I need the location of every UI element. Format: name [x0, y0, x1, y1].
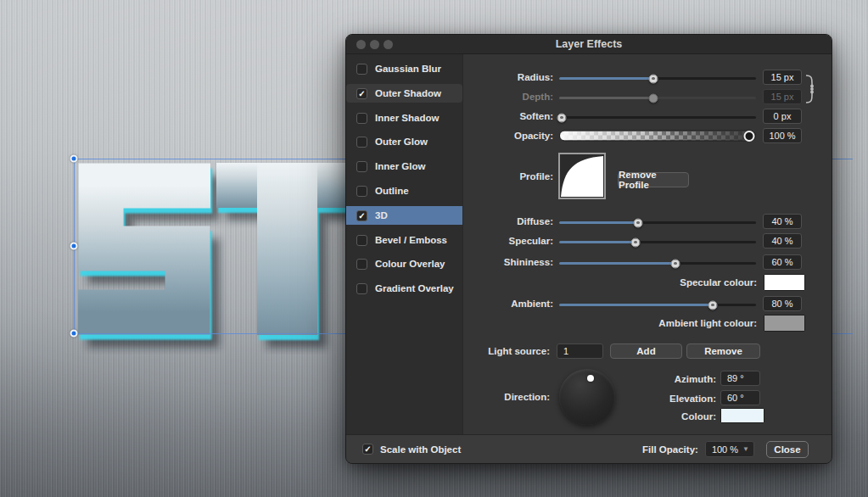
- fill-opacity-value: 100 %: [712, 444, 738, 455]
- opacity-label: Opacity:: [463, 131, 553, 141]
- selection-handle-top-left[interactable]: [70, 155, 78, 163]
- diffuse-value[interactable]: 40 %: [763, 214, 802, 229]
- ambient-label: Ambient:: [463, 299, 553, 309]
- specular-colour-label: Specular colour:: [587, 277, 757, 288]
- link-radius-depth-icon[interactable]: [805, 74, 819, 104]
- outline-checkbox[interactable]: [356, 186, 367, 197]
- effects-list: Gaussian Blur ✓ Outer Shadow Inner Shado…: [346, 54, 463, 435]
- opacity-slider-thumb[interactable]: [744, 131, 755, 142]
- 3d-checkbox[interactable]: ✓: [356, 210, 367, 221]
- specular-slider-thumb[interactable]: [631, 237, 641, 247]
- elevation-field[interactable]: 60 °: [720, 390, 760, 405]
- elevation-label: Elevation:: [631, 394, 716, 404]
- sidebar-item-label: Outer Shadow: [375, 88, 441, 98]
- shininess-value[interactable]: 60 %: [763, 254, 802, 270]
- direction-label: Direction:: [463, 392, 550, 402]
- sidebar-item-outer-shadow[interactable]: ✓ Outer Shadow: [346, 84, 462, 103]
- sidebar-item-outline[interactable]: Outline: [346, 181, 462, 200]
- depth-slider: [559, 97, 756, 99]
- direction-knob-indicator: [587, 375, 594, 382]
- sidebar-item-label: Gradient Overlay: [375, 283, 454, 293]
- outer-glow-checkbox[interactable]: [356, 137, 367, 148]
- selection-handle-bottom-left[interactable]: [70, 330, 78, 338]
- soften-label: Soften:: [463, 111, 553, 121]
- diffuse-slider[interactable]: [559, 221, 756, 224]
- inner-glow-checkbox[interactable]: [356, 161, 367, 172]
- opacity-value[interactable]: 100 %: [763, 128, 802, 143]
- direction-knob[interactable]: [559, 369, 615, 425]
- sidebar-item-label: Colour Overlay: [375, 259, 445, 269]
- specular-slider[interactable]: [559, 241, 756, 243]
- sidebar-item-label: Bevel / Emboss: [375, 235, 447, 245]
- ambient-slider-thumb[interactable]: [708, 300, 717, 310]
- sidebar-item-label: Gaussian Blur: [375, 64, 441, 74]
- dialog-title: Layer Effects: [346, 38, 832, 50]
- scale-with-object-label: Scale with Object: [380, 444, 461, 455]
- ambient-light-colour-label: Ambient light colour:: [587, 318, 757, 328]
- dialog-footer: ✓ Scale with Object Fill Opacity: 100 % …: [346, 434, 832, 463]
- light-colour-label: Colour:: [631, 411, 716, 422]
- scale-with-object-checkbox[interactable]: ✓: [362, 444, 373, 455]
- diffuse-slider-thumb[interactable]: [633, 218, 642, 227]
- soften-slider-thumb[interactable]: [557, 113, 567, 122]
- ambient-light-colour-swatch[interactable]: [764, 315, 805, 332]
- specular-colour-swatch[interactable]: [764, 274, 805, 291]
- sidebar-item-bevel-emboss[interactable]: Bevel / Emboss: [346, 231, 462, 249]
- diffuse-label: Diffuse:: [463, 216, 553, 226]
- sidebar-item-outer-glow[interactable]: Outer Glow: [346, 132, 462, 151]
- fill-opacity-dropdown[interactable]: 100 % ▼: [705, 441, 754, 457]
- dialog-titlebar[interactable]: Layer Effects: [346, 35, 832, 54]
- sidebar-item-gaussian-blur[interactable]: Gaussian Blur: [346, 59, 462, 78]
- sidebar-item-inner-glow[interactable]: Inner Glow: [346, 157, 462, 176]
- radius-slider-thumb[interactable]: [649, 74, 658, 83]
- light-source-field[interactable]: 1: [557, 343, 603, 359]
- specular-label: Specular:: [463, 236, 553, 246]
- sidebar-item-label: Inner Glow: [375, 161, 425, 171]
- chevron-down-icon: ▼: [742, 445, 749, 453]
- gaussian-blur-checkbox[interactable]: [356, 64, 367, 75]
- sidebar-item-label: Outline: [375, 186, 409, 196]
- inner-shadow-checkbox[interactable]: [356, 113, 367, 124]
- remove-light-button[interactable]: Remove: [686, 343, 760, 359]
- layer-effects-dialog: Layer Effects Gaussian Blur ✓ Outer Shad…: [346, 35, 832, 463]
- outer-shadow-checkbox[interactable]: ✓: [356, 88, 367, 99]
- specular-value[interactable]: 40 %: [763, 233, 802, 248]
- fill-opacity-label: Fill Opacity:: [642, 444, 698, 455]
- radius-label: Radius:: [463, 72, 553, 82]
- shininess-slider[interactable]: [559, 262, 756, 265]
- soften-slider[interactable]: [559, 116, 756, 119]
- depth-slider-thumb: [649, 93, 658, 103]
- ambient-slider[interactable]: [559, 304, 756, 306]
- light-source-label: Light source:: [463, 346, 550, 356]
- profile-curve-icon: [560, 154, 604, 198]
- gradient-overlay-checkbox[interactable]: [356, 283, 367, 294]
- colour-overlay-checkbox[interactable]: [356, 259, 367, 270]
- 3d-settings-panel: Radius: 15 px Depth: 15 px Soften: 0 px …: [463, 54, 832, 435]
- azimuth-label: Azimuth:: [631, 374, 716, 384]
- ambient-value[interactable]: 80 %: [763, 296, 802, 311]
- radius-value[interactable]: 15 px: [763, 70, 802, 85]
- close-button[interactable]: Close: [766, 441, 809, 458]
- azimuth-field[interactable]: 89 °: [720, 371, 760, 386]
- profile-curve-thumbnail[interactable]: [558, 153, 606, 199]
- selection-handle-middle-left[interactable]: [70, 243, 78, 250]
- sidebar-item-label: 3D: [375, 210, 388, 221]
- add-light-button[interactable]: Add: [610, 343, 682, 359]
- radius-slider[interactable]: [559, 77, 756, 80]
- soften-value[interactable]: 0 px: [763, 109, 802, 124]
- depth-value: 15 px: [763, 89, 802, 104]
- shininess-slider-thumb[interactable]: [670, 259, 680, 268]
- sidebar-item-gradient-overlay[interactable]: Gradient Overlay: [346, 279, 462, 298]
- remove-profile-button[interactable]: Remove Profile: [618, 172, 689, 187]
- bevel-emboss-checkbox[interactable]: [356, 235, 367, 246]
- light-colour-swatch[interactable]: [720, 408, 764, 423]
- sidebar-item-label: Outer Glow: [375, 137, 428, 147]
- sidebar-item-colour-overlay[interactable]: Colour Overlay: [346, 254, 462, 273]
- shininess-label: Shininess:: [463, 257, 553, 267]
- depth-label: Depth:: [463, 92, 553, 102]
- opacity-slider[interactable]: [559, 131, 756, 142]
- profile-label: Profile:: [463, 171, 553, 181]
- sidebar-item-inner-shadow[interactable]: Inner Shadow: [346, 109, 462, 127]
- sidebar-item-label: Inner Shadow: [375, 113, 439, 123]
- sidebar-item-3d[interactable]: ✓ 3D: [346, 206, 462, 225]
